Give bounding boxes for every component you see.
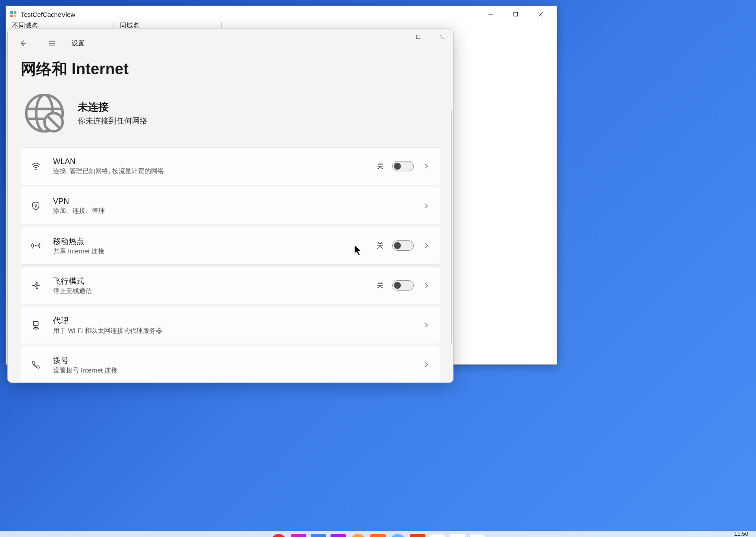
settings-card-airplane[interactable]: 飞行模式 停止无线通信 关 — [21, 266, 440, 304]
airplane-icon — [31, 281, 41, 290]
dialup-icon — [31, 360, 41, 370]
card-subtitle: 用于 Wi-Fi 和以太网连接的代理服务器 — [53, 327, 410, 335]
card-subtitle: 停止无线通信 — [53, 287, 365, 295]
settings-card-list: WLAN 连接, 管理已知网络, 按流量计费的网络 关 VPN 添加、连接、管理 — [8, 147, 453, 383]
svg-rect-5 — [514, 13, 518, 16]
settings-window: 设置 网络和 Internet 未连接 你未连接到任何网络 — [7, 28, 454, 383]
card-title: 飞行模式 — [53, 276, 365, 286]
settings-card-wlan[interactable]: WLAN 连接, 管理已知网络, 按流量计费的网络 关 — [21, 147, 440, 185]
card-title: VPN — [53, 197, 410, 206]
svg-point-25 — [35, 245, 37, 246]
toggle-state-label: 关 — [377, 162, 384, 171]
toggle-state-label: 关 — [377, 241, 384, 250]
globe-disconnected-icon — [23, 92, 66, 134]
svg-point-22 — [35, 169, 37, 170]
chevron-right-icon — [422, 281, 430, 289]
hotspot-icon — [31, 241, 41, 250]
outer-titlebar: TestCefCacheView — [6, 6, 557, 22]
svg-rect-9 — [416, 35, 420, 38]
svg-rect-1 — [14, 11, 16, 14]
header-settings-label: 设置 — [72, 39, 85, 47]
taskbar[interactable]: 11:50 — [0, 531, 756, 537]
settings-maximize-button[interactable] — [406, 29, 430, 44]
card-title: 代理 — [53, 316, 410, 326]
taskbar-app-icon[interactable] — [311, 534, 326, 537]
maximize-button[interactable] — [503, 6, 528, 22]
taskbar-app-icon[interactable] — [390, 534, 406, 537]
settings-card-vpn[interactable]: VPN 添加、连接、管理 — [21, 187, 440, 225]
toggle-state-label: 关 — [377, 281, 384, 290]
card-title: 拨号 — [53, 355, 410, 366]
page-title: 网络和 Internet — [8, 54, 453, 88]
svg-rect-26 — [34, 322, 38, 325]
taskbar-app-icon[interactable] — [291, 534, 306, 537]
card-subtitle: 添加、连接、管理 — [53, 207, 410, 215]
wlan-toggle[interactable] — [392, 161, 414, 171]
hotspot-toggle[interactable] — [392, 240, 414, 251]
outer-window-title: TestCefCacheView — [21, 11, 478, 18]
taskbar-app-icon[interactable] — [450, 534, 465, 537]
svg-rect-0 — [10, 11, 13, 14]
minimize-button[interactable] — [478, 6, 503, 22]
chevron-right-icon — [422, 321, 430, 329]
chevron-right-icon — [422, 242, 430, 250]
back-button[interactable] — [15, 35, 32, 52]
settings-minimize-button[interactable] — [383, 29, 406, 44]
taskbar-clock[interactable]: 11:50 — [734, 531, 748, 537]
taskbar-app-icon[interactable] — [350, 534, 366, 537]
svg-point-23 — [35, 205, 37, 206]
card-title: 移动热点 — [53, 236, 365, 246]
settings-close-button[interactable] — [430, 29, 453, 44]
chevron-right-icon — [422, 162, 430, 170]
card-title: WLAN — [53, 157, 365, 166]
vpn-shield-icon — [31, 201, 41, 211]
connection-status-subtitle: 你未连接到任何网络 — [78, 116, 148, 126]
settings-card-dialup[interactable]: 拨号 设置拨号 Internet 连接 — [21, 346, 440, 383]
card-subtitle: 共享 Internet 连接 — [53, 247, 365, 256]
card-subtitle: 连接, 管理已知网络, 按流量计费的网络 — [53, 167, 365, 175]
chevron-right-icon — [422, 202, 430, 210]
card-subtitle: 设置拨号 Internet 连接 — [53, 366, 410, 375]
connection-status-text: 未连接 你未连接到任何网络 — [78, 100, 148, 126]
connection-status-title: 未连接 — [78, 100, 148, 114]
settings-card-hotspot[interactable]: 移动热点 共享 Internet 连接 关 — [21, 227, 440, 265]
close-button[interactable] — [528, 6, 553, 22]
taskbar-app-icon[interactable] — [271, 534, 287, 537]
proxy-icon — [31, 320, 41, 330]
taskbar-app-icon[interactable] — [331, 534, 346, 537]
app-icon — [9, 10, 17, 18]
settings-card-proxy[interactable]: 代理 用于 Wi-Fi 和以太网连接的代理服务器 — [21, 306, 440, 344]
taskbar-app-icon[interactable] — [469, 534, 485, 537]
connection-status-row: 未连接 你未连接到任何网络 — [8, 88, 453, 147]
airplane-toggle[interactable] — [392, 280, 414, 291]
svg-rect-2 — [10, 15, 13, 17]
svg-rect-3 — [14, 15, 16, 17]
taskbar-app-icon[interactable] — [430, 534, 445, 537]
scrollbar[interactable] — [451, 111, 452, 344]
chevron-right-icon — [422, 361, 430, 369]
taskbar-app-icon[interactable] — [370, 534, 386, 537]
wifi-icon — [31, 161, 41, 171]
hamburger-menu-button[interactable] — [43, 35, 60, 52]
svg-point-29 — [33, 328, 39, 329]
taskbar-app-icon[interactable] — [410, 534, 425, 537]
outer-window-controls — [478, 6, 553, 22]
